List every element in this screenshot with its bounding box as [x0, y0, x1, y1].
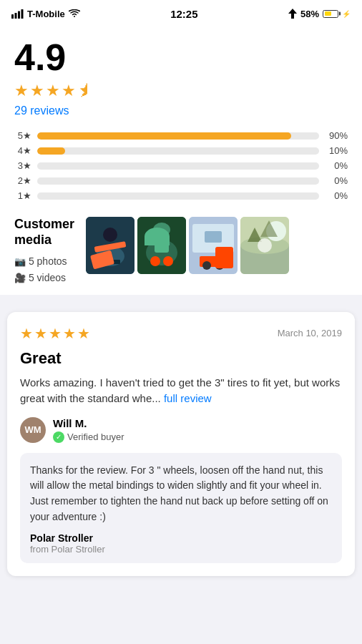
svg-rect-1 [15, 13, 17, 19]
reviewer-avatar: WM [20, 417, 46, 443]
main-content: 4.9 ★ ★ ★ ★ ⯨ 29 reviews 5★ 90% 4★ 10% 3… [0, 26, 362, 295]
photos-label[interactable]: 5 photos [14, 253, 74, 270]
bar-label-4: 4★ [14, 145, 31, 156]
battery-icon [323, 10, 338, 18]
review-stars: ★ ★ ★ ★ ★ [20, 325, 90, 342]
bar-pct-3: 0% [325, 160, 348, 171]
status-bar: T-Mobile 12:25 58% ⚡ [0, 0, 362, 26]
review-body: Works amazing. I haven't tried to get th… [20, 375, 342, 407]
reviewer-row: WM Will M. ✓ Verified buyer [20, 417, 342, 443]
thumbnail-3[interactable] [189, 217, 238, 274]
review-card: ★ ★ ★ ★ ★ March 10, 2019 Great Works ama… [7, 312, 355, 576]
svg-point-12 [153, 223, 170, 237]
rating-stars: ★ ★ ★ ★ ⯨ [14, 82, 348, 100]
bar-label-1: 1★ [14, 190, 31, 201]
bar-track-2 [37, 177, 319, 185]
media-thumbnails [86, 217, 348, 274]
svg-rect-11 [155, 231, 169, 253]
bar-row-1: 1★ 0% [14, 190, 348, 201]
bar-pct-2: 0% [325, 175, 348, 186]
bar-row-2: 2★ 0% [14, 175, 348, 186]
customer-media-section: Customer media 5 photos 5 videos [14, 217, 348, 286]
bar-track-3 [37, 162, 319, 170]
media-meta: 5 photos 5 videos [14, 253, 74, 286]
svg-rect-2 [18, 11, 20, 19]
rating-number: 4.9 [14, 39, 348, 76]
bar-pct-5: 90% [325, 130, 348, 141]
bar-pct-1: 0% [325, 190, 348, 201]
battery-pct: 58% [300, 9, 319, 19]
video-icon [14, 272, 26, 283]
svg-rect-3 [21, 9, 24, 19]
location-icon [288, 9, 297, 19]
verified-check-icon: ✓ [53, 431, 64, 443]
svg-point-18 [202, 261, 211, 270]
review-star-2: ★ [34, 325, 47, 342]
wifi-icon [69, 9, 80, 18]
section-gap [0, 295, 362, 303]
reviewer-info: Will M. ✓ Verified buyer [53, 417, 124, 443]
overall-rating: 4.9 ★ ★ ★ ★ ⯨ 29 reviews [14, 39, 348, 117]
camera-icon [14, 255, 26, 267]
reply-box: Thanks for the review. For 3 " wheels, l… [20, 453, 342, 563]
star-1: ★ [14, 82, 29, 100]
rating-bars: 5★ 90% 4★ 10% 3★ 0% 2★ 0% [14, 130, 348, 201]
svg-point-19 [215, 261, 224, 270]
reply-text: Thanks for the review. For 3 " wheels, l… [30, 463, 332, 525]
bar-fill-5 [37, 132, 291, 140]
thumbnail-1[interactable] [86, 217, 134, 274]
reply-author: Polar Stroller [30, 532, 332, 544]
verified-badge: ✓ Verified buyer [53, 431, 124, 443]
bar-row-3: 3★ 0% [14, 160, 348, 171]
status-time: 12:25 [170, 8, 197, 20]
review-title: Great [20, 349, 342, 368]
full-review-link[interactable]: full review [164, 392, 212, 404]
svg-point-13 [150, 256, 160, 266]
reply-from: from Polar Stroller [30, 544, 332, 555]
thumbnail-3-img [189, 217, 238, 274]
svg-rect-20 [205, 231, 222, 243]
thumbnail-4[interactable] [240, 217, 289, 274]
svg-rect-0 [11, 14, 14, 19]
star-5: ⯨ [77, 82, 93, 100]
thumbnail-1-img [86, 217, 134, 274]
bar-track-1 [37, 192, 319, 200]
charging-icon: ⚡ [342, 10, 351, 18]
star-4: ★ [62, 82, 76, 100]
svg-point-14 [163, 256, 173, 266]
svg-rect-8 [100, 260, 120, 264]
bar-label-5: 5★ [14, 130, 31, 141]
bar-label-2: 2★ [14, 175, 31, 186]
bar-fill-4 [37, 147, 65, 155]
status-right-icons: 58% ⚡ [288, 9, 351, 19]
thumbnail-4-img [240, 217, 289, 274]
reviewer-name: Will M. [53, 417, 124, 429]
media-labels: Customer media 5 photos 5 videos [14, 217, 74, 286]
bar-track-5 [37, 132, 319, 140]
carrier-name: T-Mobile [27, 9, 65, 19]
review-star-4: ★ [63, 325, 76, 342]
review-star-1: ★ [20, 325, 33, 342]
bar-label-3: 3★ [14, 160, 31, 171]
svg-point-7 [103, 228, 117, 242]
bar-track-4 [37, 147, 319, 155]
bar-pct-4: 10% [325, 145, 348, 156]
star-3: ★ [46, 82, 60, 100]
thumbnail-2[interactable] [137, 217, 186, 274]
customer-media-heading: Customer media [14, 217, 74, 248]
carrier-signal: T-Mobile [11, 9, 80, 19]
bar-row-4: 4★ 10% [14, 145, 348, 156]
bar-row-5: 5★ 90% [14, 130, 348, 141]
verified-label: Verified buyer [67, 431, 124, 442]
review-star-5: ★ [77, 325, 90, 342]
review-star-3: ★ [49, 325, 62, 342]
review-header: ★ ★ ★ ★ ★ March 10, 2019 [20, 325, 342, 342]
signal-icon [11, 9, 24, 19]
thumbnail-2-img [137, 217, 186, 274]
reviews-link[interactable]: 29 reviews [14, 104, 69, 117]
review-date: March 10, 2019 [278, 328, 342, 338]
videos-label[interactable]: 5 videos [14, 270, 74, 286]
star-2: ★ [30, 82, 44, 100]
